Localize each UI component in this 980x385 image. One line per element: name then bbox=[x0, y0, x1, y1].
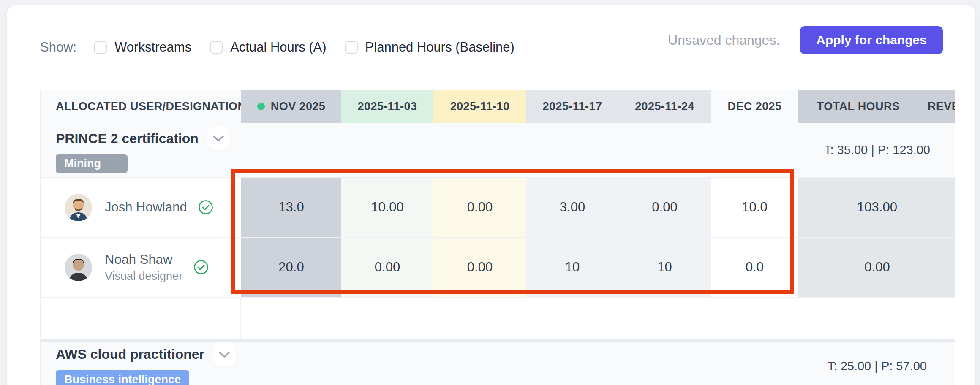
empty-user-cell bbox=[41, 298, 241, 339]
empty-row bbox=[41, 298, 956, 339]
total-hours-cell: 103.00 bbox=[798, 178, 956, 237]
approved-check-icon bbox=[198, 200, 213, 215]
group-title: AWS cloud practitioner bbox=[56, 347, 204, 362]
allocation-cell[interactable]: 10 bbox=[618, 238, 711, 297]
group-info: AWS cloud practitioner Business intellig… bbox=[41, 343, 236, 385]
group-totals: T: 35.00 | P: 123.00 bbox=[798, 143, 956, 157]
avatar bbox=[65, 194, 92, 221]
column-header-total-hours: TOTAL HOURS bbox=[798, 90, 918, 123]
workstreams-label: Workstreams bbox=[114, 40, 191, 55]
group-title: PRINCE 2 certification bbox=[56, 131, 199, 146]
allocation-cell[interactable]: 0.00 bbox=[433, 178, 526, 237]
toolbar-right: Unsaved changes. Apply for changes bbox=[668, 26, 943, 54]
avatar bbox=[65, 254, 92, 281]
column-header-2025-11-10: 2025-11-10 bbox=[433, 90, 526, 123]
approved-check-icon bbox=[193, 260, 209, 275]
group-row-prince2: PRINCE 2 certification Mining T: 35.00 |… bbox=[41, 123, 956, 178]
allocation-cell[interactable]: 0.00 bbox=[341, 238, 433, 297]
group-totals: T: 25.00 | P: 57.00 bbox=[798, 359, 956, 373]
planned-hours-checkbox[interactable] bbox=[345, 41, 358, 54]
allocation-cell[interactable]: 3.00 bbox=[526, 178, 618, 237]
user-name: Josh Howland bbox=[105, 200, 187, 215]
column-header-revenue: REVENUE bbox=[918, 90, 956, 123]
allocation-cell[interactable]: 0.0 bbox=[711, 238, 798, 297]
unsaved-changes-status: Unsaved changes. bbox=[668, 33, 780, 48]
column-header-user: ALLOCATED USER/DESIGNATION bbox=[41, 90, 241, 123]
allocation-cell[interactable]: 10.0 bbox=[711, 178, 798, 237]
show-label: Show: bbox=[40, 40, 76, 55]
actual-hours-checkbox-group[interactable]: Actual Hours (A) bbox=[210, 40, 326, 55]
collapse-group-button[interactable] bbox=[207, 127, 230, 150]
actual-hours-label: Actual Hours (A) bbox=[230, 40, 326, 55]
member-row-josh-howland: Josh Howland 13.0 10.00 0.00 3.00 0.00 1… bbox=[41, 178, 956, 238]
group-row-aws: AWS cloud practitioner Business intellig… bbox=[41, 342, 956, 385]
workstreams-checkbox-group[interactable]: Workstreams bbox=[94, 40, 191, 55]
collapse-group-button[interactable] bbox=[213, 343, 236, 366]
group-tag-badge: Business intelligence bbox=[56, 370, 189, 385]
group-tag-badge: Mining bbox=[56, 154, 128, 173]
allocation-table: ALLOCATED USER/DESIGNATION NOV 2025 2025… bbox=[40, 90, 956, 385]
allocation-cell[interactable]: 10 bbox=[526, 238, 618, 297]
panel-card: Show: Workstreams Actual Hours (A) Plann… bbox=[7, 5, 975, 385]
column-header-2025-11-03: 2025-11-03 bbox=[341, 90, 433, 123]
user-role: Visual designer bbox=[105, 270, 182, 283]
chevron-down-icon bbox=[218, 351, 230, 358]
user-info-cell: Noah Shaw Visual designer bbox=[41, 238, 241, 297]
current-month-dot-icon bbox=[257, 103, 265, 110]
user-text: Noah Shaw Visual designer bbox=[105, 252, 182, 283]
total-hours-cell: 0.00 bbox=[798, 238, 956, 297]
allocation-cell[interactable]: 10.00 bbox=[341, 178, 433, 237]
apply-for-changes-button[interactable]: Apply for changes bbox=[800, 26, 943, 54]
user-text: Josh Howland bbox=[105, 200, 187, 215]
user-name: Noah Shaw bbox=[105, 252, 182, 267]
planned-hours-checkbox-group[interactable]: Planned Hours (Baseline) bbox=[345, 40, 514, 55]
workstreams-checkbox[interactable] bbox=[94, 41, 107, 54]
user-info-cell: Josh Howland bbox=[41, 178, 241, 237]
actual-hours-checkbox[interactable] bbox=[210, 41, 223, 54]
column-header-2025-11-24: 2025-11-24 bbox=[618, 90, 711, 123]
allocation-cell[interactable]: 20.0 bbox=[241, 238, 341, 297]
allocation-cell[interactable]: 0.00 bbox=[618, 178, 711, 237]
column-header-nov-2025: NOV 2025 bbox=[241, 90, 341, 123]
allocation-cell[interactable]: 13.0 bbox=[241, 178, 341, 237]
column-header-dec-2025: DEC 2025 bbox=[711, 90, 798, 123]
group-info: PRINCE 2 certification Mining bbox=[41, 127, 230, 173]
table-header-row: ALLOCATED USER/DESIGNATION NOV 2025 2025… bbox=[41, 90, 956, 123]
chevron-down-icon bbox=[212, 135, 224, 142]
planned-hours-label: Planned Hours (Baseline) bbox=[365, 40, 514, 55]
allocation-cell[interactable]: 0.00 bbox=[433, 238, 526, 297]
toolbar: Show: Workstreams Actual Hours (A) Plann… bbox=[40, 34, 533, 60]
column-header-2025-11-17: 2025-11-17 bbox=[526, 90, 618, 123]
member-row-noah-shaw: Noah Shaw Visual designer 20.0 0.00 0.00… bbox=[41, 238, 956, 298]
